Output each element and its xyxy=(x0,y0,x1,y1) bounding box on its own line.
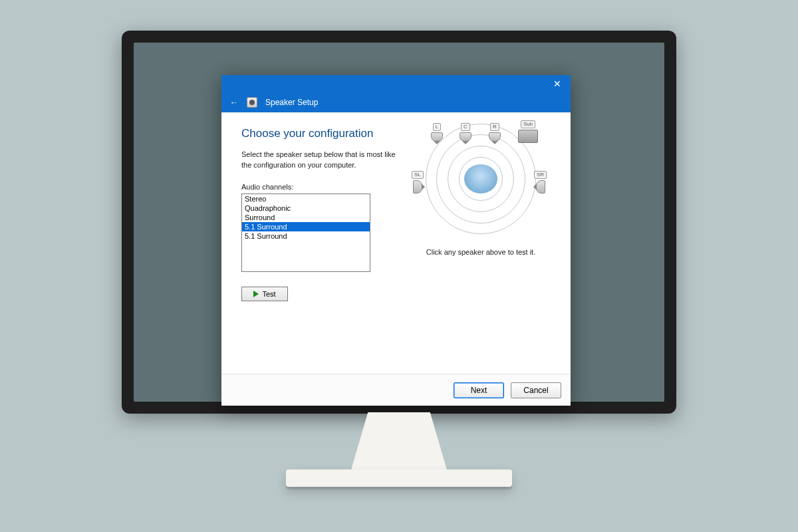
speaker-label: L xyxy=(433,123,441,131)
speaker-icon xyxy=(536,180,545,194)
next-button[interactable]: Next xyxy=(454,382,504,398)
speaker-icon xyxy=(413,180,422,194)
test-button[interactable]: Test xyxy=(241,287,288,301)
speaker-diagram: L C R Sub xyxy=(414,127,547,233)
cancel-button[interactable]: Cancel xyxy=(511,382,561,398)
close-icon: ✕ xyxy=(553,78,561,89)
list-item[interactable]: 5.1 Surround xyxy=(242,231,370,241)
speaker-center[interactable]: C xyxy=(460,123,471,142)
list-item[interactable]: Stereo xyxy=(242,194,370,203)
list-item[interactable]: 5.1 Surround xyxy=(242,222,370,231)
dialog-body: Choose your configuration Select the spe… xyxy=(221,112,571,374)
monitor-stand-neck xyxy=(350,412,448,472)
speaker-surround-left[interactable]: SL xyxy=(412,171,424,194)
listener-icon xyxy=(464,164,497,194)
right-column: L C R Sub xyxy=(411,127,551,363)
audio-channels-listbox[interactable]: Stereo Quadraphonic Surround 5.1 Surroun… xyxy=(241,194,370,272)
list-item[interactable]: Surround xyxy=(242,213,370,222)
test-button-label: Test xyxy=(262,290,275,298)
speaker-app-icon xyxy=(247,97,257,108)
speaker-sub[interactable]: Sub xyxy=(518,120,538,143)
speaker-label: SR xyxy=(534,171,547,179)
speaker-label: SL xyxy=(412,171,424,179)
speaker-icon xyxy=(431,132,443,142)
screen-area: ✕ ← Speaker Setup Choose your configurat… xyxy=(134,43,664,402)
monitor-stand-base xyxy=(286,469,512,487)
speaker-surround-right[interactable]: SR xyxy=(534,171,547,194)
dialog-footer: Next Cancel xyxy=(221,374,571,406)
diagram-hint: Click any speaker above to test it. xyxy=(426,248,535,256)
speaker-right[interactable]: R xyxy=(489,123,501,142)
monitor-frame: ✕ ← Speaker Setup Choose your configurat… xyxy=(122,31,676,414)
speaker-icon xyxy=(460,132,471,142)
window-title: Speaker Setup xyxy=(265,98,318,107)
speaker-label: R xyxy=(490,123,499,131)
left-column: Choose your configuration Select the spe… xyxy=(241,127,399,363)
play-icon xyxy=(253,291,259,297)
subwoofer-icon xyxy=(518,130,538,143)
page-heading: Choose your configuration xyxy=(241,127,399,140)
speaker-icon xyxy=(489,132,501,142)
audio-channels-label: Audio channels: xyxy=(241,183,399,191)
speaker-setup-dialog: ✕ ← Speaker Setup Choose your configurat… xyxy=(221,75,571,406)
speaker-label: C xyxy=(461,123,470,131)
dialog-header: ← Speaker Setup xyxy=(221,92,571,112)
list-item[interactable]: Quadraphonic xyxy=(242,203,370,213)
speaker-label: Sub xyxy=(521,120,535,128)
speaker-left[interactable]: L xyxy=(431,123,443,142)
back-icon[interactable]: ← xyxy=(229,97,239,108)
titlebar: ✕ xyxy=(221,75,571,92)
close-button[interactable]: ✕ xyxy=(544,75,571,92)
page-description: Select the speaker setup below that is m… xyxy=(241,150,399,171)
